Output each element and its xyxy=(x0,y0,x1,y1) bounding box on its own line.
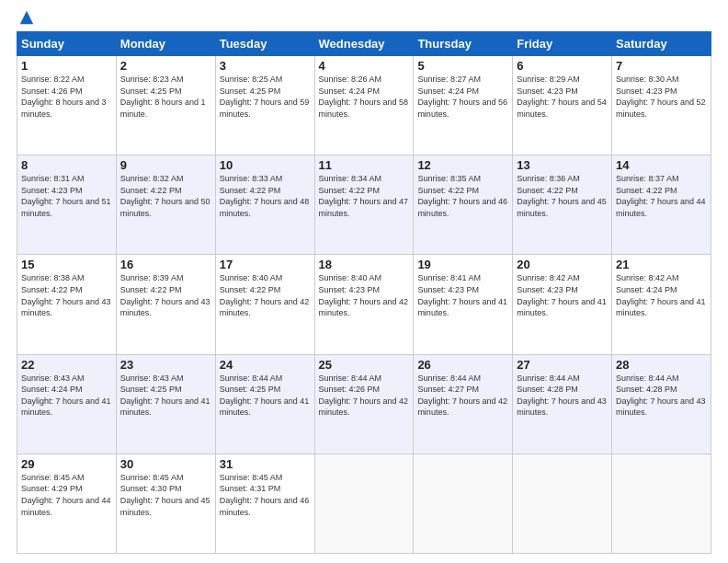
day-info: Sunrise: 8:44 AMSunset: 4:27 PMDaylight:… xyxy=(417,373,507,418)
calendar-cell: 2Sunrise: 8:23 AMSunset: 4:25 PMDaylight… xyxy=(116,56,215,155)
day-number: 14 xyxy=(616,158,707,172)
day-info: Sunrise: 8:44 AMSunset: 4:28 PMDaylight:… xyxy=(616,373,706,418)
day-info: Sunrise: 8:38 AMSunset: 4:22 PMDaylight:… xyxy=(21,273,111,317)
week-row-4: 22Sunrise: 8:43 AMSunset: 4:24 PMDayligh… xyxy=(17,354,711,454)
calendar-table: SundayMondayTuesdayWednesdayThursdayFrid… xyxy=(17,31,711,554)
day-info: Sunrise: 8:22 AMSunset: 4:26 PMDaylight:… xyxy=(21,75,107,119)
day-info: Sunrise: 8:29 AMSunset: 4:23 PMDaylight:… xyxy=(517,75,607,119)
day-info: Sunrise: 8:30 AMSunset: 4:23 PMDaylight:… xyxy=(616,75,706,119)
calendar-cell: 30Sunrise: 8:45 AMSunset: 4:30 PMDayligh… xyxy=(116,454,215,553)
calendar-cell: 7Sunrise: 8:30 AMSunset: 4:23 PMDaylight… xyxy=(612,56,711,155)
day-info: Sunrise: 8:25 AMSunset: 4:25 PMDaylight:… xyxy=(220,75,310,119)
calendar-cell: 13Sunrise: 8:36 AMSunset: 4:22 PMDayligh… xyxy=(513,155,612,255)
day-number: 18 xyxy=(319,258,410,271)
day-number: 16 xyxy=(120,258,211,271)
day-info: Sunrise: 8:23 AMSunset: 4:25 PMDaylight:… xyxy=(120,75,206,119)
calendar-cell: 24Sunrise: 8:44 AMSunset: 4:25 PMDayligh… xyxy=(215,354,314,454)
day-number: 20 xyxy=(517,258,608,271)
day-number: 5 xyxy=(417,59,508,73)
col-header-tuesday: Tuesday xyxy=(215,32,314,56)
day-number: 23 xyxy=(120,358,211,372)
day-number: 27 xyxy=(517,358,608,372)
calendar-cell: 23Sunrise: 8:43 AMSunset: 4:25 PMDayligh… xyxy=(116,354,215,454)
svg-marker-0 xyxy=(20,11,33,24)
calendar-cell: 12Sunrise: 8:35 AMSunset: 4:22 PMDayligh… xyxy=(414,155,513,255)
day-number: 13 xyxy=(517,158,608,172)
calendar-cell: 20Sunrise: 8:42 AMSunset: 4:23 PMDayligh… xyxy=(513,255,612,354)
day-info: Sunrise: 8:42 AMSunset: 4:24 PMDaylight:… xyxy=(616,273,706,317)
day-info: Sunrise: 8:45 AMSunset: 4:30 PMDaylight:… xyxy=(120,473,210,517)
day-info: Sunrise: 8:43 AMSunset: 4:24 PMDaylight:… xyxy=(21,373,111,418)
day-number: 9 xyxy=(120,158,211,172)
calendar-cell xyxy=(612,454,711,553)
calendar-cell: 22Sunrise: 8:43 AMSunset: 4:24 PMDayligh… xyxy=(17,354,117,454)
header xyxy=(17,9,711,26)
col-header-saturday: Saturday xyxy=(612,32,711,56)
day-info: Sunrise: 8:41 AMSunset: 4:23 PMDaylight:… xyxy=(417,273,507,317)
day-number: 31 xyxy=(220,457,311,471)
page: SundayMondayTuesdayWednesdayThursdayFrid… xyxy=(0,0,728,563)
col-header-sunday: Sunday xyxy=(17,32,117,56)
day-info: Sunrise: 8:42 AMSunset: 4:23 PMDaylight:… xyxy=(517,273,607,317)
day-info: Sunrise: 8:33 AMSunset: 4:22 PMDaylight:… xyxy=(220,174,310,218)
week-row-3: 15Sunrise: 8:38 AMSunset: 4:22 PMDayligh… xyxy=(17,255,711,354)
calendar-cell: 29Sunrise: 8:45 AMSunset: 4:29 PMDayligh… xyxy=(17,454,117,553)
day-info: Sunrise: 8:36 AMSunset: 4:22 PMDaylight:… xyxy=(517,174,607,218)
day-number: 7 xyxy=(616,59,707,73)
day-number: 2 xyxy=(120,59,211,73)
week-row-5: 29Sunrise: 8:45 AMSunset: 4:29 PMDayligh… xyxy=(17,454,711,553)
day-number: 21 xyxy=(616,258,707,271)
calendar-cell: 19Sunrise: 8:41 AMSunset: 4:23 PMDayligh… xyxy=(414,255,513,354)
calendar-cell xyxy=(314,454,414,553)
logo-icon xyxy=(18,9,35,26)
day-info: Sunrise: 8:26 AMSunset: 4:24 PMDaylight:… xyxy=(319,75,409,119)
calendar-cell: 28Sunrise: 8:44 AMSunset: 4:28 PMDayligh… xyxy=(612,354,711,454)
day-number: 30 xyxy=(120,457,211,471)
day-number: 3 xyxy=(220,59,311,73)
day-number: 10 xyxy=(220,158,311,172)
day-number: 12 xyxy=(417,158,508,172)
calendar-cell: 26Sunrise: 8:44 AMSunset: 4:27 PMDayligh… xyxy=(414,354,513,454)
col-header-wednesday: Wednesday xyxy=(314,32,414,56)
day-info: Sunrise: 8:27 AMSunset: 4:24 PMDaylight:… xyxy=(417,75,507,119)
day-info: Sunrise: 8:40 AMSunset: 4:23 PMDaylight:… xyxy=(319,273,409,317)
day-info: Sunrise: 8:44 AMSunset: 4:26 PMDaylight:… xyxy=(319,373,409,418)
col-header-friday: Friday xyxy=(513,32,612,56)
day-number: 6 xyxy=(517,59,608,73)
col-header-thursday: Thursday xyxy=(414,32,513,56)
calendar-cell: 27Sunrise: 8:44 AMSunset: 4:28 PMDayligh… xyxy=(513,354,612,454)
day-number: 25 xyxy=(319,358,410,372)
calendar-cell: 14Sunrise: 8:37 AMSunset: 4:22 PMDayligh… xyxy=(612,155,711,255)
day-number: 8 xyxy=(21,158,112,172)
day-info: Sunrise: 8:34 AMSunset: 4:22 PMDaylight:… xyxy=(319,174,409,218)
day-info: Sunrise: 8:43 AMSunset: 4:25 PMDaylight:… xyxy=(120,373,210,418)
day-info: Sunrise: 8:35 AMSunset: 4:22 PMDaylight:… xyxy=(417,174,507,218)
logo-text xyxy=(17,9,35,26)
calendar-cell: 17Sunrise: 8:40 AMSunset: 4:22 PMDayligh… xyxy=(215,255,314,354)
day-number: 22 xyxy=(21,358,112,372)
day-number: 4 xyxy=(319,59,410,73)
calendar-header-row: SundayMondayTuesdayWednesdayThursdayFrid… xyxy=(17,32,711,56)
day-number: 19 xyxy=(417,258,508,271)
calendar-cell xyxy=(513,454,612,553)
day-number: 1 xyxy=(21,59,112,73)
calendar-cell: 31Sunrise: 8:45 AMSunset: 4:31 PMDayligh… xyxy=(215,454,314,553)
week-row-1: 1Sunrise: 8:22 AMSunset: 4:26 PMDaylight… xyxy=(17,56,711,155)
calendar-cell: 1Sunrise: 8:22 AMSunset: 4:26 PMDaylight… xyxy=(17,56,117,155)
calendar-cell: 10Sunrise: 8:33 AMSunset: 4:22 PMDayligh… xyxy=(215,155,314,255)
week-row-2: 8Sunrise: 8:31 AMSunset: 4:23 PMDaylight… xyxy=(17,155,711,255)
day-info: Sunrise: 8:44 AMSunset: 4:28 PMDaylight:… xyxy=(517,373,607,418)
day-info: Sunrise: 8:45 AMSunset: 4:29 PMDaylight:… xyxy=(21,473,111,517)
calendar-cell: 6Sunrise: 8:29 AMSunset: 4:23 PMDaylight… xyxy=(513,56,612,155)
day-info: Sunrise: 8:31 AMSunset: 4:23 PMDaylight:… xyxy=(21,174,111,218)
calendar-cell xyxy=(414,454,513,553)
day-number: 29 xyxy=(21,457,112,471)
calendar-cell: 8Sunrise: 8:31 AMSunset: 4:23 PMDaylight… xyxy=(17,155,117,255)
calendar-cell: 25Sunrise: 8:44 AMSunset: 4:26 PMDayligh… xyxy=(314,354,414,454)
calendar-cell: 5Sunrise: 8:27 AMSunset: 4:24 PMDaylight… xyxy=(414,56,513,155)
day-info: Sunrise: 8:44 AMSunset: 4:25 PMDaylight:… xyxy=(220,373,310,418)
day-info: Sunrise: 8:45 AMSunset: 4:31 PMDaylight:… xyxy=(220,473,310,517)
day-number: 15 xyxy=(21,258,112,271)
calendar-cell: 3Sunrise: 8:25 AMSunset: 4:25 PMDaylight… xyxy=(215,56,314,155)
day-info: Sunrise: 8:32 AMSunset: 4:22 PMDaylight:… xyxy=(120,174,210,218)
